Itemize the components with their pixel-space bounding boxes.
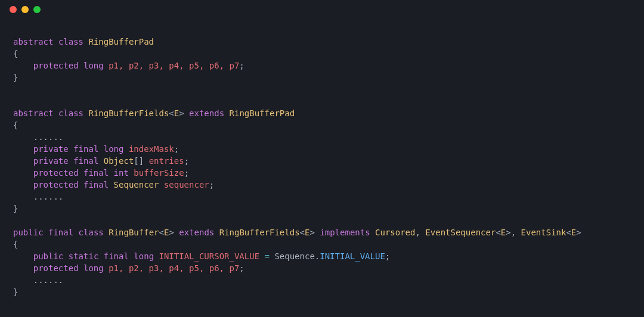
brace: { [13, 240, 18, 249]
type: long [134, 251, 154, 261]
keyword: protected [33, 263, 79, 273]
semicolon: ; [184, 168, 189, 178]
keyword: extends [179, 228, 214, 237]
type: long [104, 144, 124, 154]
keyword: final [83, 168, 109, 178]
field-list: p1, p2, p3, p4, p5, p6, p7 [109, 263, 239, 273]
ellipsis: ...... [33, 132, 64, 142]
semicolon: ; [174, 144, 179, 154]
code-window: abstract class RingBufferPad { protected… [0, 0, 644, 317]
angle-close: > [179, 108, 184, 118]
keyword: protected [33, 168, 79, 178]
field-list: p1, p2, p3, p4, p5, p6, p7 [109, 61, 239, 70]
field: INITIAL_CURSOR_VALUE [159, 251, 260, 261]
keyword: class [58, 108, 83, 118]
member-ref: INITIAL_VALUE [320, 251, 385, 261]
type-param: E [501, 228, 506, 237]
field: bufferSize [134, 168, 184, 178]
zoom-icon[interactable] [33, 6, 41, 13]
operator: = [265, 251, 270, 261]
keyword: class [58, 37, 83, 46]
keyword: final [104, 251, 129, 261]
brace: { [13, 49, 18, 58]
field: sequencer [164, 180, 209, 189]
class-name: RingBufferPad [88, 37, 154, 46]
minimize-icon[interactable] [21, 6, 29, 13]
type: long [83, 263, 104, 273]
class-name: RingBuffer [109, 228, 159, 237]
keyword: public [33, 251, 64, 261]
type: Object [104, 156, 134, 166]
type: Sequencer [114, 180, 159, 189]
dot: . [315, 251, 320, 261]
keyword: final [83, 180, 109, 189]
class-name: RingBufferFields [219, 228, 300, 237]
brace: } [13, 204, 18, 213]
angle-close: > [169, 228, 174, 237]
ellipsis: ...... [33, 192, 64, 201]
keyword: final [48, 228, 73, 237]
interface: EventSink [521, 228, 566, 237]
keyword: class [79, 228, 104, 237]
angle-open: < [169, 108, 174, 118]
angle-open: < [300, 228, 305, 237]
type: long [83, 61, 104, 70]
window-titlebar [0, 0, 644, 19]
keyword: final [73, 144, 98, 154]
semicolon: ; [209, 180, 214, 189]
angle-open: < [566, 228, 571, 237]
keyword: abstract [13, 37, 53, 46]
angle-close: > [309, 228, 314, 237]
keyword: protected [33, 61, 79, 70]
interface: Cursored [375, 228, 415, 237]
angle-close: > [506, 228, 510, 237]
semicolon: ; [239, 61, 244, 70]
close-icon[interactable] [10, 6, 17, 13]
comma: , [415, 228, 420, 237]
ellipsis: ...... [33, 275, 64, 285]
keyword: final [73, 156, 98, 166]
keyword: public [13, 228, 44, 237]
interface: EventSequencer [425, 228, 496, 237]
keyword: implements [320, 228, 370, 237]
semicolon: ; [184, 156, 189, 166]
angle-open: < [159, 228, 164, 237]
angle-open: < [496, 228, 500, 237]
brace: { [13, 120, 18, 130]
comma: , [511, 228, 516, 237]
field: entries [149, 156, 184, 166]
keyword: protected [33, 180, 79, 189]
type: int [114, 168, 129, 178]
keyword: extends [189, 108, 224, 118]
type-param: E [174, 108, 179, 118]
qualifier: Sequence [274, 251, 314, 261]
field: indexMask [129, 144, 174, 154]
code-block: abstract class RingBufferPad { protected… [0, 19, 644, 310]
semicolon: ; [385, 251, 390, 261]
brace: } [13, 287, 18, 297]
semicolon: ; [239, 263, 244, 273]
class-name: RingBufferPad [230, 108, 295, 118]
keyword: static [69, 251, 99, 261]
brackets: [] [134, 156, 144, 166]
keyword: abstract [13, 108, 53, 118]
angle-close: > [576, 228, 581, 237]
class-name: RingBufferFields [88, 108, 169, 118]
brace: } [13, 73, 18, 82]
keyword: private [33, 144, 69, 154]
keyword: private [33, 156, 69, 166]
